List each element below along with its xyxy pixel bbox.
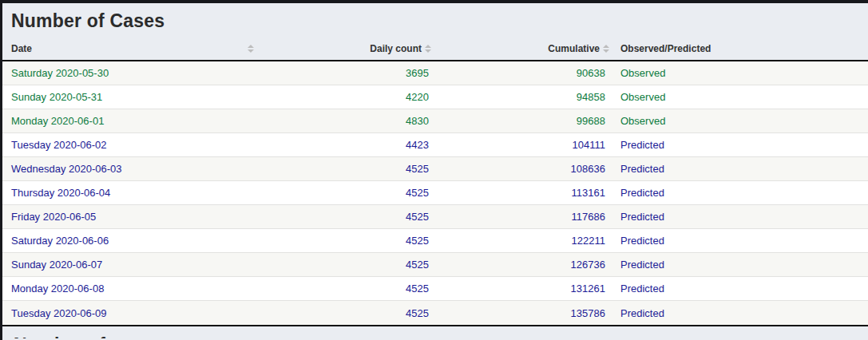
cell-status: Predicted (613, 163, 868, 175)
cell-status: Predicted (613, 187, 868, 199)
table-row: Sunday 2020-05-31422094858Observed (2, 85, 868, 109)
column-header-observed-predicted: Observed/Predicted (613, 38, 868, 60)
page-title: Number of Cases (11, 10, 868, 32)
sort-arrows-icon[interactable] (425, 45, 431, 53)
cell-cumulative: 126736 (435, 259, 613, 271)
table-row: Tuesday 2020-06-024423104111Predicted (2, 133, 868, 157)
cell-cumulative: 135786 (435, 307, 613, 319)
cell-daily-count: 4525 (260, 187, 435, 199)
table-row: Tuesday 2020-06-094525135786Predicted (2, 301, 868, 325)
cell-status: Predicted (613, 235, 868, 247)
cell-cumulative: 99688 (435, 115, 613, 127)
cell-daily-count: 4525 (260, 211, 435, 223)
column-header-label: Observed/Predicted (620, 43, 711, 54)
cell-date: Saturday 2020-06-06 (2, 235, 260, 247)
sort-arrows-icon[interactable] (248, 45, 254, 53)
cell-cumulative: 131261 (435, 283, 613, 295)
table-row: Sunday 2020-06-074525126736Predicted (2, 253, 868, 277)
cell-daily-count: 4220 (260, 91, 435, 103)
column-header-date[interactable]: Date (2, 38, 260, 60)
cases-section: Number of Cases DateDaily countCumulativ… (2, 0, 868, 338)
cell-daily-count: 4423 (260, 139, 435, 151)
table-row: Thursday 2020-06-044525113161Predicted (2, 181, 868, 205)
column-header-label: Cumulative (548, 43, 600, 54)
cell-date: Tuesday 2020-06-02 (2, 139, 260, 151)
sort-arrows-icon[interactable] (603, 45, 609, 53)
cell-daily-count: 4525 (260, 307, 435, 319)
cell-daily-count: 3695 (260, 67, 435, 79)
cell-date: Sunday 2020-05-31 (2, 91, 260, 103)
cell-date: Monday 2020-06-08 (2, 283, 260, 295)
cell-status: Observed (613, 91, 868, 103)
cell-status: Predicted (613, 259, 868, 271)
cell-cumulative: 117686 (435, 211, 613, 223)
table-row: Wednesday 2020-06-034525108636Predicted (2, 157, 868, 181)
cell-status: Observed (613, 115, 868, 127)
table-header-row: DateDaily countCumulativeObserved/Predic… (2, 38, 868, 61)
next-section-clipped: Number of (2, 326, 868, 338)
column-header-cumulative[interactable]: Cumulative (435, 38, 613, 60)
cases-table-body: Saturday 2020-05-30369590638ObservedSund… (2, 61, 868, 325)
window-left-border (0, 0, 2, 340)
cell-date: Friday 2020-06-05 (2, 211, 260, 223)
cell-daily-count: 4525 (260, 163, 435, 175)
column-header-label: Daily count (370, 43, 422, 54)
cell-cumulative: 108636 (435, 163, 613, 175)
cell-cumulative: 104111 (435, 139, 613, 151)
cell-date: Sunday 2020-06-07 (2, 259, 260, 271)
cell-daily-count: 4525 (260, 283, 435, 295)
cell-cumulative: 90638 (435, 67, 613, 79)
cell-daily-count: 4525 (260, 235, 435, 247)
cell-status: Predicted (613, 211, 868, 223)
next-section-title: Number of (14, 334, 868, 338)
cell-date: Thursday 2020-06-04 (2, 187, 260, 199)
cell-date: Saturday 2020-05-30 (2, 67, 260, 79)
cell-status: Predicted (613, 307, 868, 319)
cell-cumulative: 122211 (435, 235, 613, 247)
column-header-label: Date (11, 43, 32, 54)
table-row: Monday 2020-06-084525131261Predicted (2, 277, 868, 301)
cell-date: Tuesday 2020-06-09 (2, 307, 260, 319)
cell-cumulative: 113161 (435, 187, 613, 199)
cell-status: Predicted (613, 139, 868, 151)
table-row: Monday 2020-06-01483099688Observed (2, 109, 868, 133)
table-row: Saturday 2020-05-30369590638Observed (2, 61, 868, 85)
column-header-daily-count[interactable]: Daily count (260, 38, 435, 60)
cell-date: Wednesday 2020-06-03 (2, 163, 260, 175)
section-title-bar: Number of Cases (2, 3, 868, 38)
cell-status: Observed (613, 67, 868, 79)
cell-daily-count: 4525 (260, 259, 435, 271)
table-row: Saturday 2020-06-064525122211Predicted (2, 229, 868, 253)
cell-status: Predicted (613, 283, 868, 295)
table-row: Friday 2020-06-054525117686Predicted (2, 205, 868, 229)
cell-daily-count: 4830 (260, 115, 435, 127)
cell-date: Monday 2020-06-01 (2, 115, 260, 127)
window-top-border (0, 0, 868, 3)
cell-cumulative: 94858 (435, 91, 613, 103)
